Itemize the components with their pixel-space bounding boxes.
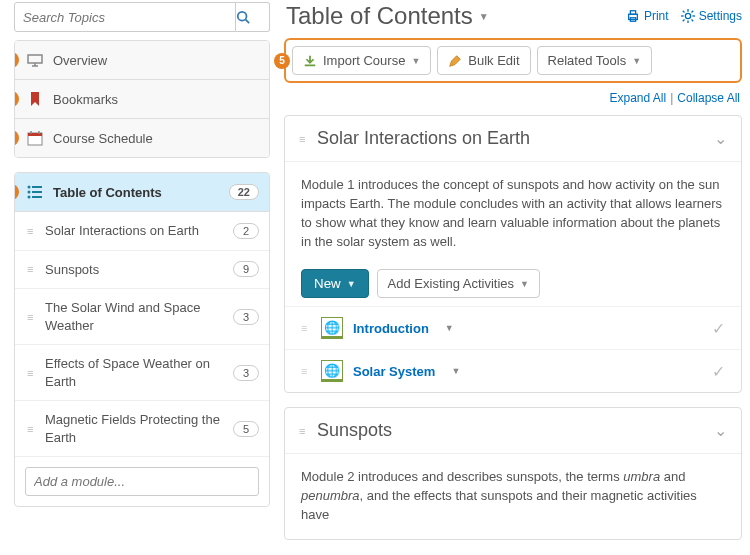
expand-collapse-row: Expand All | Collapse All bbox=[280, 89, 746, 115]
nav-bookmarks[interactable]: 2 Bookmarks bbox=[15, 80, 269, 119]
expand-all-link[interactable]: Expand All bbox=[609, 91, 666, 105]
svg-rect-2 bbox=[28, 55, 42, 63]
bulk-edit-button[interactable]: Bulk Edit bbox=[437, 46, 530, 75]
caret-down-icon: ▼ bbox=[632, 56, 641, 66]
grip-icon: ≡ bbox=[301, 323, 311, 333]
related-label: Related Tools bbox=[548, 53, 627, 68]
svg-rect-27 bbox=[305, 64, 316, 66]
svg-point-13 bbox=[28, 196, 31, 199]
search-button[interactable] bbox=[236, 2, 270, 32]
svg-point-0 bbox=[238, 12, 247, 21]
grip-icon: ≡ bbox=[301, 366, 311, 376]
add-module-row bbox=[15, 457, 269, 506]
caret-down-icon[interactable]: ▼ bbox=[451, 366, 460, 376]
module-header[interactable]: ≡ Solar Interactions on Earth ⌄ bbox=[285, 116, 741, 162]
callout-4: 4 bbox=[14, 184, 19, 200]
caret-down-icon[interactable]: ▼ bbox=[445, 323, 454, 333]
nav-overview-label: Overview bbox=[53, 53, 107, 68]
nav-list: 1 Overview 2 Bookmarks 3 Course Schedule bbox=[14, 40, 270, 158]
grip-icon: ≡ bbox=[299, 426, 309, 436]
grip-icon: ≡ bbox=[27, 226, 37, 236]
page-header: Table of Contents ▼ Print Settings bbox=[280, 2, 746, 38]
toolbar-highlighted: Import Course ▼ Bulk Edit Related Tools … bbox=[284, 38, 742, 83]
caret-down-icon: ▼ bbox=[411, 56, 420, 66]
toc-item[interactable]: ≡ The Solar Wind and Space Weather 3 bbox=[15, 289, 269, 345]
related-tools-button[interactable]: Related Tools ▼ bbox=[537, 46, 652, 75]
collapse-all-link[interactable]: Collapse All bbox=[677, 91, 740, 105]
caret-down-icon: ▼ bbox=[479, 11, 489, 22]
svg-line-26 bbox=[682, 20, 684, 22]
toc: 4 Table of Contents 22 ≡ Solar Interacti… bbox=[14, 172, 270, 507]
toc-item-label: Solar Interactions on Earth bbox=[45, 222, 225, 240]
svg-rect-10 bbox=[32, 186, 42, 188]
toc-item-count: 5 bbox=[233, 421, 259, 437]
svg-rect-6 bbox=[28, 133, 42, 136]
caret-down-icon: ▼ bbox=[520, 279, 529, 289]
module-header[interactable]: ≡ Sunspots ⌄ bbox=[285, 408, 741, 454]
settings-link[interactable]: Settings bbox=[681, 9, 742, 23]
search-row bbox=[14, 2, 270, 32]
new-button[interactable]: New ▼ bbox=[301, 269, 369, 298]
check-icon: ✓ bbox=[712, 319, 725, 338]
nav-schedule[interactable]: 3 Course Schedule bbox=[15, 119, 269, 157]
svg-point-9 bbox=[28, 186, 31, 189]
activity-title[interactable]: Solar System bbox=[353, 364, 435, 379]
module: ≡ Sunspots ⌄ Module 2 introduces and des… bbox=[284, 407, 742, 540]
svg-rect-12 bbox=[32, 191, 42, 193]
grip-icon: ≡ bbox=[299, 134, 309, 144]
module-description: Module 2 introduces and describes sunspo… bbox=[285, 454, 741, 539]
module-description: Module 1 introduces the concept of sunsp… bbox=[285, 162, 741, 265]
page-title[interactable]: Table of Contents ▼ bbox=[286, 2, 489, 30]
print-label: Print bbox=[644, 9, 669, 23]
svg-line-24 bbox=[691, 20, 693, 22]
import-course-button[interactable]: Import Course ▼ bbox=[292, 46, 431, 75]
callout-1: 1 bbox=[14, 52, 19, 68]
caret-down-icon: ▼ bbox=[347, 279, 356, 289]
module-title: Solar Interactions on Earth bbox=[317, 128, 706, 149]
print-link[interactable]: Print bbox=[626, 9, 669, 23]
add-module-input[interactable] bbox=[25, 467, 259, 496]
toc-item-label: Magnetic Fields Protecting the Earth bbox=[45, 411, 225, 446]
module: ≡ Solar Interactions on Earth ⌄ Module 1… bbox=[284, 115, 742, 393]
desc-em: penumbra bbox=[301, 488, 360, 503]
edit-icon bbox=[448, 54, 462, 68]
activity-row[interactable]: ≡ 🌐 Solar System ▼ ✓ bbox=[285, 349, 741, 392]
toc-header[interactable]: 4 Table of Contents 22 bbox=[15, 173, 269, 212]
bulk-label: Bulk Edit bbox=[468, 53, 519, 68]
search-icon bbox=[236, 10, 269, 24]
callout-5: 5 bbox=[274, 53, 290, 69]
toc-item[interactable]: ≡ Effects of Space Weather on Earth 3 bbox=[15, 345, 269, 401]
add-existing-button[interactable]: Add Existing Activities ▼ bbox=[377, 269, 540, 298]
svg-line-1 bbox=[246, 20, 250, 24]
desc-em: umbra bbox=[623, 469, 660, 484]
activity-row[interactable]: ≡ 🌐 Introduction ▼ ✓ bbox=[285, 306, 741, 349]
nav-bookmarks-label: Bookmarks bbox=[53, 92, 118, 107]
toc-item-count: 3 bbox=[233, 309, 259, 325]
nav-overview[interactable]: 1 Overview bbox=[15, 41, 269, 80]
document-icon: 🌐 bbox=[321, 317, 343, 339]
activity-title[interactable]: Introduction bbox=[353, 321, 429, 336]
desc-text: and bbox=[660, 469, 685, 484]
grip-icon: ≡ bbox=[27, 424, 37, 434]
toc-item-label: Sunspots bbox=[45, 261, 225, 279]
svg-line-23 bbox=[682, 11, 684, 13]
toc-item[interactable]: ≡ Magnetic Fields Protecting the Earth 5 bbox=[15, 401, 269, 457]
settings-label: Settings bbox=[699, 9, 742, 23]
document-icon: 🌐 bbox=[321, 360, 343, 382]
toc-item[interactable]: ≡ Solar Interactions on Earth 2 bbox=[15, 212, 269, 251]
toc-item-label: The Solar Wind and Space Weather bbox=[45, 299, 225, 334]
chevron-down-icon[interactable]: ⌄ bbox=[714, 421, 727, 440]
search-input[interactable] bbox=[14, 2, 236, 32]
module-actions: New ▼ Add Existing Activities ▼ bbox=[285, 265, 741, 306]
grip-icon: ≡ bbox=[27, 264, 37, 274]
svg-line-25 bbox=[691, 11, 693, 13]
toc-item[interactable]: ≡ Sunspots 9 bbox=[15, 251, 269, 290]
toc-item-label: Effects of Space Weather on Earth bbox=[45, 355, 225, 390]
list-icon bbox=[27, 185, 43, 199]
svg-point-18 bbox=[685, 13, 690, 18]
add-existing-label: Add Existing Activities bbox=[388, 276, 514, 291]
chevron-down-icon[interactable]: ⌄ bbox=[714, 129, 727, 148]
divider: | bbox=[670, 91, 673, 105]
print-icon bbox=[626, 9, 640, 23]
toc-item-count: 9 bbox=[233, 261, 259, 277]
